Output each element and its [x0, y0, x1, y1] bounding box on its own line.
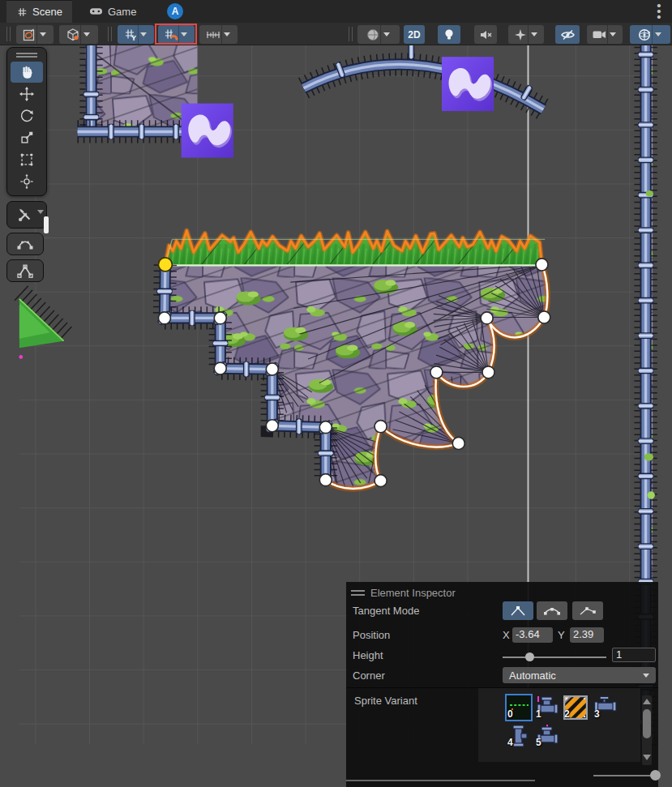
spline-point[interactable] [375, 421, 387, 433]
variant-thumb-2[interactable]: 2 [563, 695, 588, 720]
gamepad-icon [89, 6, 103, 17]
cube-pivot-icon [66, 28, 80, 42]
unity-editor-window: Scene Game A ••• Y [0, 0, 672, 787]
effects-dropdown[interactable] [528, 25, 539, 44]
move-tool[interactable] [11, 83, 43, 105]
scroll-up-icon[interactable] [643, 699, 651, 704]
draw-mode-dropdown[interactable] [380, 25, 392, 44]
speaker-muted-icon [479, 28, 493, 41]
height-label: Height [353, 649, 383, 661]
x-axis-label: X [503, 629, 510, 641]
thumbnail-zoom-slider[interactable] [593, 775, 653, 776]
scroll-down-icon[interactable] [643, 755, 651, 760]
spline-bezier-icon [16, 236, 34, 252]
spline-corner-icon [16, 263, 34, 279]
toolbar-drag-handle[interactable] [349, 27, 353, 41]
tab-game[interactable]: Game [79, 0, 146, 23]
view-hand-tool[interactable] [11, 62, 43, 83]
spline-point[interactable] [266, 363, 278, 375]
variant-scrollbar[interactable] [642, 695, 652, 765]
component-tools-dropdown[interactable] [37, 210, 44, 214]
spline-point[interactable] [481, 312, 493, 324]
position-y-field[interactable]: 2.39 [570, 627, 604, 643]
height-value-field[interactable]: 1 [612, 648, 656, 662]
sprite-shape-edit-dropdown[interactable] [36, 25, 48, 44]
tab-bar: Scene Game A ••• [0, 0, 672, 23]
window-menu-icon[interactable]: ••• [654, 2, 664, 19]
grid-snap-y-dropdown[interactable] [138, 25, 149, 44]
rect-tool[interactable] [11, 149, 43, 170]
scene-visibility-toggle[interactable] [555, 25, 580, 44]
gizmos-toggle-button[interactable] [630, 25, 670, 44]
corner-dropdown[interactable]: Automatic [503, 667, 656, 683]
variant-thumb-4[interactable]: 4 [507, 724, 531, 748]
spline-point[interactable] [375, 475, 387, 487]
height-slider-track[interactable] [503, 657, 606, 658]
tab-scene-label: Scene [32, 6, 62, 18]
panel-drag-handle[interactable] [351, 590, 365, 596]
scale-icon [19, 130, 35, 146]
toolbar-drag-handle[interactable] [6, 27, 11, 41]
ruler-ticks-icon [205, 28, 221, 42]
sprite-shape-edit-button[interactable] [16, 25, 54, 44]
spline-point[interactable] [452, 437, 464, 449]
light-bulb-icon [443, 28, 456, 41]
purple-logo-sprite [442, 57, 494, 111]
camera-settings-button[interactable] [587, 25, 623, 44]
spline-point-selected[interactable] [158, 258, 172, 272]
tangent-continuous-button[interactable] [537, 601, 567, 620]
spline-point[interactable] [319, 421, 332, 434]
scene-toolbar: Y 2D [0, 23, 672, 45]
height-slider-thumb[interactable] [525, 652, 534, 661]
edit-spline-tool[interactable] [6, 233, 44, 255]
element-inspector-header[interactable]: Element Inspector [351, 587, 456, 599]
collab-avatar-badge[interactable]: A [167, 3, 183, 19]
variant-thumb-3[interactable]: 3 [593, 695, 618, 720]
tangent-broken-button[interactable] [572, 601, 603, 620]
transform-tool[interactable] [11, 171, 43, 192]
spline-point[interactable] [319, 474, 332, 486]
tools-drag-handle[interactable] [16, 53, 37, 58]
grid-y-icon: Y [123, 28, 138, 42]
tab-scene[interactable]: Scene [6, 0, 72, 23]
rotate-tool[interactable] [11, 105, 43, 126]
spline-point[interactable] [430, 366, 443, 379]
position-x-field[interactable]: -3.64 [512, 627, 553, 643]
variant-thumb-0[interactable]: 0 [507, 695, 531, 720]
spline-point[interactable] [214, 362, 226, 374]
spline-point[interactable] [536, 259, 548, 271]
spline-point[interactable] [538, 311, 550, 323]
grid-snap-y-button[interactable]: Y [118, 25, 154, 44]
hand-icon [19, 64, 35, 80]
panel-hscrollbar[interactable] [346, 780, 535, 781]
pivot-mode-button[interactable] [59, 25, 98, 44]
move-icon [19, 86, 35, 102]
spline-point[interactable] [158, 312, 170, 324]
scene-lighting-toggle[interactable] [438, 25, 460, 44]
draw-mode-button[interactable] [357, 25, 400, 44]
pivot-mode-dropdown[interactable] [80, 25, 92, 44]
tangent-linear-button[interactable] [503, 601, 533, 620]
corner-dropdown-value: Automatic [509, 669, 556, 682]
toolbar-drag-handle[interactable] [108, 27, 112, 41]
component-tools-button[interactable] [9, 204, 41, 225]
variant-thumb-1[interactable]: 1 [535, 695, 559, 720]
snap-increment-button[interactable] [199, 25, 238, 44]
gizmos-dropdown[interactable] [652, 25, 663, 44]
spline-point[interactable] [482, 366, 494, 379]
rect-icon [19, 152, 35, 168]
effects-button[interactable] [508, 25, 544, 44]
y-axis-label: Y [558, 629, 565, 641]
snap-increment-dropdown[interactable] [221, 25, 233, 44]
variant-scrollbar-thumb[interactable] [643, 709, 651, 738]
mode-2d-toggle[interactable]: 2D [404, 25, 425, 44]
thumbnail-zoom-thumb[interactable] [650, 770, 661, 781]
edit-corners-tool[interactable] [6, 259, 44, 282]
camera-settings-dropdown[interactable] [607, 25, 618, 44]
spline-point[interactable] [214, 312, 226, 324]
audio-mute-toggle[interactable] [474, 25, 497, 44]
spline-point[interactable] [266, 420, 278, 432]
tools-overlay [6, 47, 47, 282]
scale-tool[interactable] [11, 127, 43, 148]
variant-thumb-5[interactable]: 5 [535, 724, 559, 748]
